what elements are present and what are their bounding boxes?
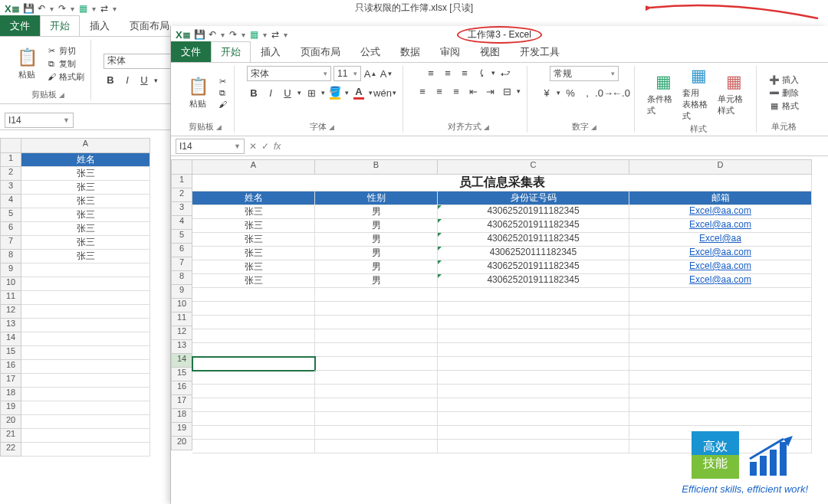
row-header[interactable]: 15 — [0, 346, 21, 360]
cell[interactable] — [21, 374, 150, 388]
align-bot-icon[interactable]: ≡ — [458, 66, 472, 80]
cell[interactable]: 43062520111182345 — [438, 247, 629, 260]
tab-home[interactable]: 开始 — [211, 41, 251, 62]
cell[interactable] — [438, 302, 629, 316]
cell[interactable] — [192, 288, 315, 302]
phonetic-button[interactable]: wén — [376, 86, 389, 100]
cell[interactable] — [21, 263, 150, 277]
tab-home[interactable]: 开始 — [40, 15, 80, 36]
cell[interactable] — [315, 440, 438, 453]
tab-insert[interactable]: 插入 — [80, 15, 120, 36]
indent-inc-icon[interactable]: ⇥ — [483, 84, 497, 98]
font-color-button[interactable]: A — [352, 86, 366, 100]
row-header[interactable]: 17 — [171, 395, 192, 409]
row-header[interactable]: 19 — [171, 423, 192, 437]
wrap-text-icon[interactable]: ⮐ — [498, 66, 512, 80]
cell[interactable]: 430625201911182345 — [438, 219, 629, 233]
cell[interactable] — [21, 346, 150, 360]
row-header[interactable]: 14 — [171, 354, 192, 368]
cell[interactable]: Excel@aa.com — [629, 260, 812, 274]
cell[interactable]: 姓名 — [21, 153, 150, 167]
row-header[interactable]: 18 — [0, 388, 21, 401]
row-header[interactable]: 11 — [0, 291, 21, 305]
bold-button[interactable]: B — [247, 86, 261, 100]
cell[interactable] — [438, 343, 629, 357]
row-header[interactable]: 19 — [0, 401, 21, 415]
cell[interactable] — [315, 343, 438, 357]
copy-button[interactable]: ⧉复制 — [46, 58, 84, 70]
row-header[interactable]: 13 — [171, 340, 192, 354]
cell[interactable] — [192, 440, 315, 453]
align-center-icon[interactable]: ≡ — [432, 84, 446, 98]
row-header[interactable]: 6 — [0, 222, 21, 236]
enter-icon[interactable]: ✓ — [261, 141, 269, 152]
cell[interactable] — [192, 385, 315, 398]
cell[interactable]: 男 — [315, 274, 438, 288]
cell[interactable]: 430625201911182345 — [438, 274, 629, 288]
row-header[interactable]: 11 — [171, 313, 192, 326]
cancel-icon[interactable]: ✕ — [249, 141, 257, 152]
back-colhdr-a[interactable]: A — [21, 138, 150, 153]
row-header[interactable]: 1 — [0, 153, 21, 167]
shrink-font-icon[interactable]: A▼ — [380, 67, 393, 80]
row-header[interactable]: 6 — [171, 244, 192, 257]
cond-format-button[interactable]: ▦条件格式 — [647, 72, 679, 116]
indent-dec-icon[interactable]: ⇤ — [466, 84, 480, 98]
cell[interactable]: Excel@aa — [629, 233, 812, 247]
cell[interactable] — [192, 329, 315, 343]
tab-data[interactable]: 数据 — [390, 41, 430, 62]
cell[interactable] — [315, 316, 438, 329]
align-mid-icon[interactable]: ≡ — [441, 66, 455, 80]
delete-cells-button[interactable]: ➖删除 — [769, 87, 799, 99]
row-header[interactable]: 9 — [171, 285, 192, 299]
cell[interactable] — [192, 343, 315, 357]
bold-button[interactable]: B — [104, 74, 117, 87]
cell[interactable] — [629, 302, 812, 316]
row-header[interactable]: 12 — [171, 326, 192, 340]
cell[interactable] — [438, 357, 629, 371]
cell[interactable] — [21, 305, 150, 319]
cell[interactable]: 张三 — [192, 219, 315, 233]
cell[interactable]: Excel@aa.com — [629, 274, 812, 288]
cell[interactable] — [438, 440, 629, 453]
painter-button[interactable]: 🖌格式刷 — [46, 71, 84, 83]
cell[interactable]: Excel@aa.com — [629, 205, 812, 219]
cell[interactable] — [438, 426, 629, 440]
cell[interactable] — [438, 329, 629, 343]
cell[interactable] — [192, 371, 315, 385]
title-cell[interactable]: 员工信息采集表 — [192, 175, 812, 191]
font-size-select[interactable]: 11▾ — [334, 66, 361, 81]
cell[interactable] — [315, 426, 438, 440]
tab-formula[interactable]: 公式 — [350, 41, 390, 62]
italic-button[interactable]: I — [264, 86, 278, 100]
row-header[interactable]: 5 — [0, 208, 21, 222]
cell[interactable]: 张三 — [21, 208, 150, 222]
row-header[interactable]: 2 — [0, 167, 21, 181]
cell[interactable]: 男 — [315, 233, 438, 247]
col-header[interactable]: C — [438, 159, 629, 175]
paste-button[interactable]: 📋 粘贴 — [182, 77, 214, 110]
cell[interactable] — [629, 398, 812, 412]
email-link[interactable]: Excel@aa.com — [689, 205, 751, 216]
cell[interactable]: 张三 — [21, 236, 150, 250]
email-link[interactable]: Excel@aa.com — [689, 247, 751, 257]
header-cell[interactable]: 邮箱 — [629, 191, 812, 205]
row-header[interactable]: 17 — [0, 374, 21, 388]
grow-font-icon[interactable]: A▲ — [363, 67, 377, 80]
number-format-select[interactable]: 常规▾ — [550, 66, 619, 81]
tab-insert[interactable]: 插入 — [251, 41, 291, 62]
col-header[interactable]: B — [315, 159, 438, 175]
cell[interactable] — [438, 412, 629, 426]
cell[interactable]: 张三 — [21, 195, 150, 208]
align-top-icon[interactable]: ≡ — [424, 66, 438, 80]
cell[interactable]: 430625201911182345 — [438, 260, 629, 274]
cell[interactable] — [438, 288, 629, 302]
cell[interactable] — [21, 415, 150, 429]
row-header[interactable]: 16 — [0, 360, 21, 374]
email-link[interactable]: Excel@aa.com — [689, 260, 751, 271]
cell[interactable] — [21, 277, 150, 291]
cell[interactable] — [315, 302, 438, 316]
merge-icon[interactable]: ⊟ — [500, 84, 514, 98]
cell[interactable]: 男 — [315, 247, 438, 260]
underline-button[interactable]: U — [137, 74, 151, 87]
